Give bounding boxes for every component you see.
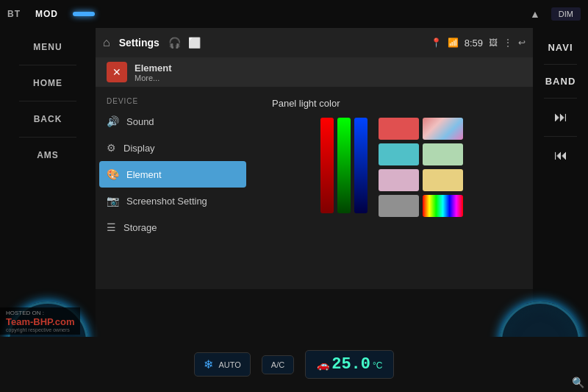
bt-button[interactable]: BT <box>7 9 21 19</box>
ac-text-label: A/C <box>271 360 284 369</box>
location-icon: 📍 <box>431 38 442 48</box>
notification-line1: Element <box>135 63 172 74</box>
sound-icon: 🔊 <box>107 115 119 127</box>
wifi-icon: 📶 <box>448 38 459 48</box>
band-button[interactable]: BAND <box>539 73 582 90</box>
skip-back-button[interactable]: ⏮ <box>551 145 570 166</box>
menu-item-display[interactable]: ⚙ Display <box>96 135 250 161</box>
color-bars <box>320 118 368 213</box>
mod-button[interactable]: MOD <box>35 9 58 19</box>
settings-right: Panel light color <box>250 87 533 289</box>
car-climate-icon: 🚗 <box>317 359 329 371</box>
watermark-hosted: HOSTED ON : <box>6 310 74 316</box>
color-bar-red[interactable] <box>320 118 334 213</box>
screen-topbar: ⌂ Settings 🎧 ⬜ 📍 📶 8:59 🖼 ⋮ ↩ <box>96 28 533 57</box>
element-icon: 🎨 <box>107 168 119 180</box>
color-picker-area <box>320 118 463 217</box>
separator <box>544 64 577 65</box>
headphone-icon: 🎧 <box>168 37 181 49</box>
top-bar-right: ▲ DIM <box>530 7 581 21</box>
swatch-5[interactable] <box>423 169 463 191</box>
temp-value: 25.0 <box>331 355 370 374</box>
separator <box>544 136 577 137</box>
menu-section-label: DEVICE <box>96 93 250 108</box>
settings-content: DEVICE 🔊 Sound ⚙ Display 🎨 Element 📷 Scr… <box>96 87 533 289</box>
swatch-3[interactable] <box>423 143 463 165</box>
side-panel-right: NAVI BAND ⏭ ⏮ <box>533 28 588 337</box>
watermark: HOSTED ON : Team-BHP.com copyright respe… <box>0 307 80 335</box>
screen-icons: 🎧 ⬜ <box>168 37 201 49</box>
menu-item-storage[interactable]: ☰ Storage <box>96 214 250 240</box>
auto-label: AUTO <box>219 360 241 369</box>
main-screen: ⌂ Settings 🎧 ⬜ 📍 📶 8:59 🖼 ⋮ ↩ ✕ Element … <box>96 28 533 289</box>
screen-title: Settings <box>119 37 159 49</box>
bottom-area <box>96 289 533 337</box>
separator <box>544 98 577 99</box>
status-time: 8:59 <box>465 38 483 49</box>
menu-button[interactable]: MENU <box>27 39 68 55</box>
screenshot-icon: 📷 <box>107 195 119 207</box>
swatch-6[interactable] <box>379 195 419 217</box>
separator <box>19 65 76 65</box>
menu-item-element-label: Element <box>126 169 162 180</box>
color-bar-green[interactable] <box>337 118 351 213</box>
color-bar-blue[interactable] <box>354 118 368 213</box>
swatch-7[interactable] <box>423 195 463 217</box>
screen-home-icon[interactable]: ⌂ <box>103 36 110 49</box>
back-arrow-icon[interactable]: ↩ <box>518 38 526 48</box>
storage-icon: ☰ <box>107 221 116 233</box>
watermark-brand: Team-BHP.com <box>6 316 74 327</box>
ac-label-box: A/C <box>262 355 294 374</box>
menu-item-storage-label: Storage <box>123 222 157 233</box>
back-button[interactable]: BACK <box>28 111 68 127</box>
menu-item-element[interactable]: 🎨 Element <box>99 161 246 188</box>
search-icon[interactable]: 🔍 <box>572 377 584 388</box>
mod-indicator <box>73 12 95 16</box>
photo-icon: 🖼 <box>489 38 498 48</box>
cast-icon: ⬜ <box>188 37 201 49</box>
swatch-1[interactable] <box>423 118 463 140</box>
color-swatches <box>379 118 463 217</box>
screen-status: 📍 📶 8:59 🖼 ⋮ ↩ <box>431 38 526 49</box>
temp-unit: °C <box>373 360 382 371</box>
top-bar-left: BT MOD <box>7 9 95 19</box>
ac-control[interactable]: ❄ AUTO <box>194 352 251 377</box>
home-button[interactable]: HOME <box>27 75 68 91</box>
notification-bar: ✕ Element More... <box>96 57 533 87</box>
menu-item-screenshot-label: Screenshot Setting <box>126 196 207 207</box>
skip-forward-button[interactable]: ⏭ <box>551 107 570 128</box>
menu-item-sound[interactable]: 🔊 Sound <box>96 108 250 135</box>
swatch-2[interactable] <box>379 143 419 165</box>
ac-icon: ❄ <box>204 357 213 371</box>
more-icon[interactable]: ⋮ <box>503 38 512 48</box>
navi-button[interactable]: NAVI <box>542 39 578 56</box>
notification-icon: ✕ <box>107 62 127 82</box>
watermark-copyright: copyright respective owners <box>6 327 74 332</box>
swatch-0[interactable] <box>379 118 419 140</box>
notification-line2: More... <box>135 74 172 82</box>
menu-item-screenshot[interactable]: 📷 Screenshot Setting <box>96 188 250 214</box>
menu-item-display-label: Display <box>123 143 155 154</box>
menu-item-sound-label: Sound <box>126 116 154 127</box>
separator <box>19 137 76 138</box>
notification-text: Element More... <box>135 63 172 82</box>
panel-light-label: Panel light color <box>272 98 340 109</box>
settings-menu: DEVICE 🔊 Sound ⚙ Display 🎨 Element 📷 Scr… <box>96 87 250 289</box>
dim-button[interactable]: DIM <box>551 7 581 21</box>
separator <box>19 101 76 101</box>
climate-bar: ❄ AUTO A/C 🚗 25.0 °C <box>0 337 588 392</box>
eject-button[interactable]: ▲ <box>530 8 540 20</box>
display-icon: ⚙ <box>107 142 116 154</box>
swatch-4[interactable] <box>379 169 419 191</box>
top-bar: BT MOD ▲ DIM <box>0 0 588 28</box>
side-panel-left: MENU HOME BACK AMS <box>0 28 96 337</box>
ams-button[interactable]: AMS <box>31 147 65 163</box>
temperature-display: 🚗 25.0 °C <box>305 350 394 379</box>
car-panel: BT MOD ▲ DIM MENU HOME BACK AMS NAVI BAN… <box>0 0 588 392</box>
